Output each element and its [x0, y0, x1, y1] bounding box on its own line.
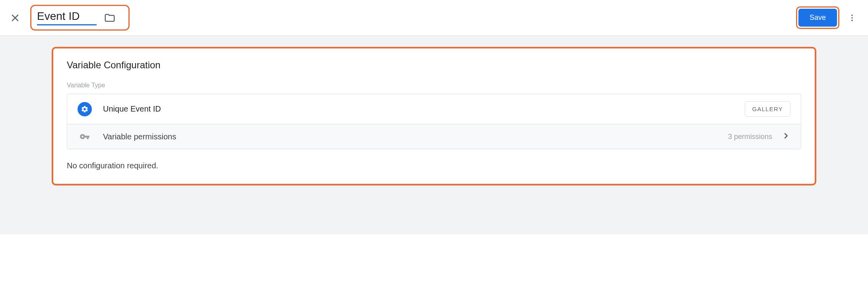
save-button-highlight: Save [796, 6, 839, 29]
permissions-label: Variable permissions [103, 132, 176, 141]
close-button[interactable] [10, 12, 21, 23]
variable-permissions-row[interactable]: Variable permissions 3 permissions [67, 124, 801, 149]
more-vert-icon [848, 13, 856, 22]
main-content: Variable Configuration Variable Type Uni… [0, 36, 868, 234]
variable-type-box: Unique Event ID GALLERY Variable permiss… [67, 94, 801, 149]
chevron-right-icon [782, 131, 790, 142]
variable-type-row[interactable]: Unique Event ID GALLERY [67, 94, 801, 124]
variable-type-label: Variable Type [67, 82, 801, 89]
svg-point-2 [851, 14, 853, 16]
gear-icon [78, 102, 92, 116]
variable-type-name: Unique Event ID [103, 104, 161, 114]
save-button[interactable]: Save [798, 9, 837, 27]
variable-name-input[interactable] [37, 10, 97, 25]
header-right: Save [796, 6, 858, 29]
title-container [30, 5, 130, 31]
type-row-left: Unique Event ID [78, 102, 161, 116]
key-icon [78, 131, 92, 142]
panel-title: Variable Configuration [67, 60, 801, 71]
header-left [10, 5, 130, 31]
folder-icon[interactable] [104, 12, 116, 24]
close-icon [10, 13, 20, 23]
editor-header: Save [0, 0, 868, 36]
permissions-count: 3 permissions [728, 133, 772, 141]
svg-point-3 [851, 17, 853, 19]
permissions-right: 3 permissions [728, 131, 790, 142]
no-configuration-text: No configuration required. [67, 161, 801, 170]
svg-point-4 [851, 19, 853, 21]
more-menu-button[interactable] [846, 12, 858, 24]
gallery-button[interactable]: GALLERY [745, 101, 790, 117]
permissions-left: Variable permissions [78, 131, 176, 142]
variable-configuration-panel: Variable Configuration Variable Type Uni… [52, 47, 816, 185]
